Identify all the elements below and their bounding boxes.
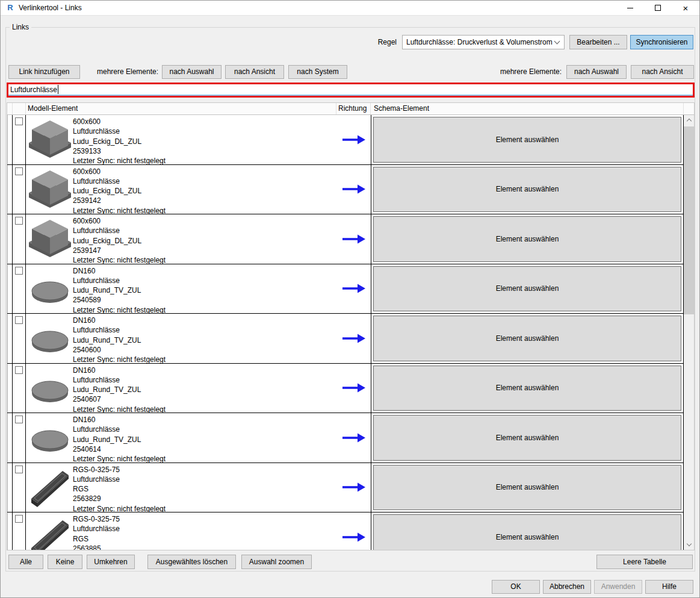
element-details: DN160 Luftdurchlässe Ludu_Rund_TV_ZUL 25… — [73, 364, 166, 413]
dialog-window: R Verlinkertool - Links × Links Regel Lu… — [0, 0, 700, 598]
model-element-cell[interactable]: RGS-0-325-75 Luftdurchlässe RGS 2563829 … — [26, 463, 336, 512]
select-schema-element-button[interactable]: Element auswählen — [373, 167, 681, 213]
row-header-cell — [7, 413, 13, 463]
row-checkbox[interactable] — [15, 515, 23, 523]
element-id: 2540607 — [73, 394, 166, 404]
model-element-cell[interactable]: DN160 Luftdurchlässe Ludu_Rund_TV_ZUL 25… — [26, 264, 336, 314]
select-none-button[interactable]: Keine — [48, 555, 82, 569]
scroll-up-button[interactable] — [684, 115, 694, 125]
clear-table-button[interactable]: Leere Tabelle — [596, 555, 693, 569]
row-checkbox[interactable] — [15, 366, 23, 374]
element-last-sync: Letzter Sync: nicht festgelegt — [73, 156, 166, 164]
rule-dropdown[interactable]: Luftdurchlässe: Druckverlust & Volumenst… — [402, 35, 565, 49]
cancel-button[interactable]: Abbrechen — [543, 580, 591, 594]
direction-cell — [336, 214, 371, 264]
row-header-column — [7, 103, 13, 114]
select-schema-element-button[interactable]: Element auswählen — [373, 216, 681, 262]
synchronize-button[interactable]: Synchronisieren — [630, 35, 693, 49]
filter-input[interactable]: Luftdurchlässe — [8, 84, 693, 96]
direction-arrow-icon[interactable] — [342, 284, 366, 293]
zoom-selection-button[interactable]: Auswahl zoomen — [241, 555, 312, 569]
cube-thumbnail-icon — [28, 217, 72, 261]
element-id: 2540614 — [73, 444, 166, 454]
select-schema-element-button[interactable]: Element auswählen — [373, 415, 681, 461]
maximize-button[interactable] — [644, 1, 672, 15]
select-schema-element-button[interactable]: Element auswählen — [373, 366, 681, 411]
element-details: DN160 Luftdurchlässe Ludu_Rund_TV_ZUL 25… — [73, 264, 166, 314]
by-selection-button-right[interactable]: nach Auswahl — [566, 65, 627, 79]
element-size: 600x600 — [73, 216, 166, 226]
schema-element-cell: Element auswählen — [371, 165, 684, 214]
direction-cell — [336, 314, 371, 363]
rule-label: Regel — [362, 35, 397, 49]
cube-thumbnail-icon — [28, 168, 72, 211]
model-element-cell[interactable]: DN160 Luftdurchlässe Ludu_Rund_TV_ZUL 25… — [26, 314, 336, 363]
vertical-scrollbar[interactable] — [684, 115, 694, 550]
model-element-cell[interactable]: 600x600 Luftdurchlässe Ludu_Eckig_DL_ZUL… — [26, 115, 336, 164]
row-checkbox-cell — [13, 214, 26, 264]
row-checkbox[interactable] — [15, 267, 23, 275]
select-schema-element-button[interactable]: Element auswählen — [373, 266, 681, 312]
element-last-sync: Letzter Sync: nicht festgelegt — [73, 504, 166, 512]
row-checkbox[interactable] — [15, 316, 23, 324]
schema-element-cell: Element auswählen — [371, 512, 684, 550]
model-element-cell[interactable]: 600x600 Luftdurchlässe Ludu_Eckig_DL_ZUL… — [26, 214, 336, 264]
row-checkbox[interactable] — [15, 217, 23, 225]
close-button[interactable]: × — [672, 1, 699, 15]
direction-arrow-icon[interactable] — [342, 532, 366, 542]
row-checkbox[interactable] — [15, 416, 23, 423]
by-system-button[interactable]: nach System — [288, 65, 347, 79]
select-all-button[interactable]: Alle — [8, 555, 43, 569]
element-family: Ludu_Rund_TV_ZUL — [73, 285, 166, 295]
direction-arrow-icon[interactable] — [342, 482, 366, 492]
apply-button[interactable]: Anwenden — [594, 580, 642, 594]
table-row: DN160 Luftdurchlässe Ludu_Rund_TV_ZUL 25… — [7, 364, 684, 414]
minimize-button[interactable] — [616, 1, 644, 15]
row-checkbox-cell — [13, 314, 26, 363]
element-family: Ludu_Eckig_DL_ZUL — [73, 186, 166, 196]
by-view-button-right[interactable]: nach Ansicht — [631, 65, 694, 79]
element-details: 600x600 Luftdurchlässe Ludu_Eckig_DL_ZUL… — [73, 214, 166, 264]
row-checkbox[interactable] — [15, 117, 23, 125]
row-checkbox[interactable] — [15, 167, 23, 175]
element-thumbnail — [28, 168, 72, 211]
by-selection-button-left[interactable]: nach Auswahl — [162, 65, 221, 79]
direction-arrow-icon[interactable] — [342, 135, 366, 145]
direction-cell — [336, 264, 371, 314]
add-link-button[interactable]: Link hinzufügen — [8, 65, 80, 79]
table-body: 600x600 Luftdurchlässe Ludu_Eckig_DL_ZUL… — [7, 115, 694, 550]
delete-selected-button[interactable]: Ausgewähltes löschen — [147, 555, 236, 569]
by-view-button-left[interactable]: nach Ansicht — [225, 65, 284, 79]
select-schema-element-button[interactable]: Element auswählen — [373, 117, 681, 163]
ok-button[interactable]: OK — [492, 580, 540, 594]
minimize-icon — [627, 8, 633, 8]
row-checkbox[interactable] — [15, 466, 23, 473]
direction-arrow-icon[interactable] — [342, 433, 366, 443]
chevron-down-icon — [686, 541, 691, 546]
search-highlight-frame: Luftdurchlässe — [7, 83, 695, 98]
invert-selection-button[interactable]: Umkehren — [87, 555, 135, 569]
element-category: Luftdurchlässe — [73, 276, 166, 285]
element-family: RGS — [73, 534, 166, 544]
direction-arrow-icon[interactable] — [342, 234, 366, 244]
select-schema-element-button[interactable]: Element auswählen — [373, 514, 681, 550]
direction-arrow-icon[interactable] — [342, 334, 366, 343]
disc-thumbnail-icon — [28, 416, 72, 459]
select-schema-element-button[interactable]: Element auswählen — [373, 316, 681, 361]
schema-element-cell: Element auswählen — [371, 214, 684, 264]
element-size: DN160 — [73, 316, 166, 325]
model-element-cell[interactable]: DN160 Luftdurchlässe Ludu_Rund_TV_ZUL 25… — [26, 413, 336, 463]
model-element-cell[interactable]: DN160 Luftdurchlässe Ludu_Rund_TV_ZUL 25… — [26, 364, 336, 413]
help-button[interactable]: Hilfe — [645, 580, 693, 594]
direction-arrow-icon[interactable] — [342, 383, 366, 393]
model-element-cell[interactable]: 600x600 Luftdurchlässe Ludu_Eckig_DL_ZUL… — [26, 165, 336, 214]
table-row: DN160 Luftdurchlässe Ludu_Rund_TV_ZUL 25… — [7, 264, 684, 314]
edit-rule-button[interactable]: Bearbeiten ... — [569, 35, 627, 49]
model-element-cell[interactable]: RGS-0-325-75 Luftdurchlässe RGS 2563885 … — [26, 512, 336, 550]
element-id: 2539147 — [73, 246, 166, 255]
direction-arrow-icon[interactable] — [342, 184, 366, 194]
scroll-down-button[interactable] — [684, 540, 694, 550]
select-schema-element-button[interactable]: Element auswählen — [373, 465, 681, 511]
table-header: Modell-Element Richtung Schema-Element — [7, 103, 694, 115]
scrollbar-thumb[interactable] — [684, 126, 694, 314]
